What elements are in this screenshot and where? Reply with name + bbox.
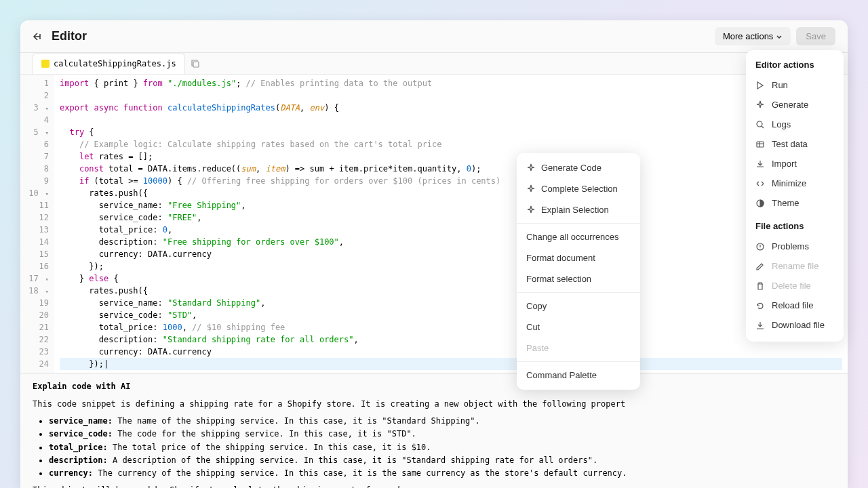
editor-actions-heading: Editor actions	[746, 57, 844, 75]
ctx-change-all-occurrences[interactable]: Change all occurrences	[517, 226, 640, 247]
ai-bullet: total_price: The total price of the ship…	[49, 441, 835, 454]
svg-rect-2	[757, 142, 764, 147]
code-area-top[interactable]: 1 2 3 ▾4 5 ▾6 7 8 9 10 ▾11 12 13 14 15 1…	[20, 75, 848, 373]
header-right: More actions Save	[715, 27, 835, 45]
ctx-cut[interactable]: Cut	[517, 317, 640, 338]
context-menu: Generate CodeComplete SelectionExplain S…	[517, 153, 640, 390]
more-actions-button[interactable]: More actions	[715, 27, 791, 45]
separator	[517, 223, 640, 224]
action-download-file[interactable]: Download file	[746, 315, 844, 335]
ai-bullet: service_name: The name of the shipping s…	[49, 415, 835, 428]
generate-icon	[755, 100, 765, 110]
ctx-explain-selection[interactable]: Explain Selection	[517, 199, 640, 220]
ai-bullet: currency: The currency of the shipping s…	[49, 467, 835, 480]
reload-file-icon	[755, 301, 765, 310]
action-minimize[interactable]: Minimize	[746, 174, 844, 193]
action-rename-file: Rename file	[746, 256, 844, 276]
editor-body: 1 2 3 ▾4 5 ▾6 7 8 9 10 ▾11 12 13 14 15 1…	[20, 75, 848, 488]
gutter: 1 2 3 ▾4 5 ▾6 7 8 9 10 ▾11 12 13 14 15 1…	[20, 75, 54, 373]
actions-panel: Editor actions RunGenerateLogsTest dataI…	[746, 50, 844, 342]
import-icon	[755, 159, 765, 169]
test data-icon	[755, 140, 765, 149]
tab-filename: calculateShippingRates.js	[54, 59, 176, 68]
header-left: Editor	[33, 29, 87, 43]
delete-file-icon	[755, 281, 765, 291]
ai-intro: This code snippet is defining a shipping…	[33, 398, 835, 411]
minimize-icon	[755, 179, 765, 188]
run-icon	[755, 81, 765, 90]
action-reload-file[interactable]: Reload file	[746, 296, 844, 315]
ctx-copy[interactable]: Copy	[517, 296, 640, 317]
file-actions-heading: File actions	[746, 218, 844, 237]
ctx-format-document[interactable]: Format document	[517, 247, 640, 268]
svg-point-1	[757, 121, 762, 127]
download-file-icon	[755, 321, 765, 330]
action-run[interactable]: Run	[746, 75, 844, 95]
separator	[517, 292, 640, 293]
page-title: Editor	[52, 29, 87, 43]
theme-icon	[755, 199, 765, 208]
ai-title: Explain code with AI	[33, 382, 835, 391]
logs-icon	[755, 120, 765, 129]
action-test-data[interactable]: Test data	[746, 134, 844, 154]
ai-bullets: service_name: The name of the shipping s…	[49, 415, 835, 480]
action-logs[interactable]: Logs	[746, 115, 844, 134]
code-lines[interactable]: import { print } from "./modules.js"; //…	[54, 75, 848, 373]
back-icon[interactable]	[33, 31, 43, 42]
file-tab[interactable]: calculateShippingRates.js	[33, 53, 185, 74]
tab-bar: calculateShippingRates.js	[20, 53, 848, 75]
action-delete-file: Delete file	[746, 276, 844, 296]
ctx-command-palette[interactable]: Command Palette	[517, 365, 640, 386]
ctx-complete-selection[interactable]: Complete Selection	[517, 178, 640, 199]
action-problems[interactable]: Problems	[746, 237, 844, 256]
js-icon	[41, 60, 50, 68]
separator	[517, 361, 640, 362]
ai-bullet: description: A description of the shippi…	[49, 454, 835, 467]
copy-icon[interactable]	[191, 59, 200, 68]
action-import[interactable]: Import	[746, 154, 844, 174]
ctx-paste: Paste	[517, 338, 640, 359]
action-generate[interactable]: Generate	[746, 95, 844, 115]
editor-window: Editor More actions Save calculateShippi…	[20, 20, 848, 488]
save-button[interactable]: Save	[796, 27, 835, 45]
chevron-down-icon	[776, 33, 783, 40]
ai-body: This code snippet is defining a shipping…	[33, 398, 835, 488]
header: Editor More actions Save	[20, 20, 848, 53]
problems-icon	[755, 242, 765, 251]
ai-bullet: service_code: The code for the shipping …	[49, 428, 835, 441]
ctx-format-selection[interactable]: Format selection	[517, 268, 640, 289]
ctx-generate-code[interactable]: Generate Code	[517, 157, 640, 178]
action-theme[interactable]: Theme	[746, 193, 844, 213]
svg-rect-0	[193, 62, 199, 67]
more-actions-label: More actions	[723, 31, 773, 41]
ai-panel: Explain code with AI This code snippet i…	[20, 373, 848, 488]
ai-outro: This object will be used by Shopify to c…	[33, 484, 835, 488]
rename-file-icon	[755, 262, 765, 271]
